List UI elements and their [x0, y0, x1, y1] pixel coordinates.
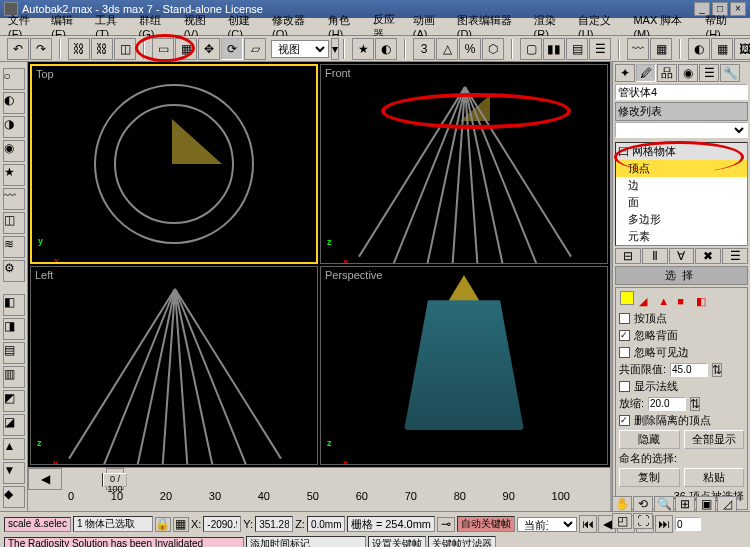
misc1-icon[interactable]: ▤ [3, 342, 25, 364]
setkey-button[interactable]: 设置关键帧 [368, 536, 426, 547]
array-icon[interactable]: ◨ [3, 318, 25, 340]
spinner-arrows-icon[interactable]: ⇅ [712, 363, 722, 377]
y-field[interactable] [255, 516, 293, 532]
tab-db-icon[interactable]: ≋ [3, 236, 25, 258]
create-tab-icon[interactable]: ✦ [615, 64, 635, 82]
by-vertex-checkbox[interactable] [619, 313, 630, 324]
link-button[interactable]: ⛓ [68, 38, 90, 60]
scale-spinner[interactable] [648, 397, 686, 411]
layer-button[interactable]: ☰ [589, 38, 611, 60]
copy-button[interactable]: 复制 [619, 468, 680, 487]
keymode-dropdown[interactable]: 当前选择 [517, 517, 577, 532]
select-button[interactable]: ▭ [152, 38, 174, 60]
material-button[interactable]: ◐ [688, 38, 710, 60]
keymode-button[interactable]: ◐ [375, 38, 397, 60]
misc3-icon[interactable]: ◩ [3, 390, 25, 412]
viewport-perspective[interactable]: Perspective zxy [320, 266, 608, 466]
scale-button[interactable]: ▱ [244, 38, 266, 60]
maximize-vp-icon[interactable]: ⛶ [633, 513, 653, 529]
viewport-left[interactable]: Left zy [30, 266, 318, 466]
pan-icon[interactable]: ✋ [612, 496, 632, 512]
hierarchy-tab-icon[interactable]: 品 [657, 64, 677, 82]
keyfilter-button[interactable]: 关键帧过滤器 [428, 536, 496, 547]
viewport-top[interactable]: Top yx [30, 64, 318, 264]
stack-element[interactable]: 元素 [616, 228, 747, 245]
region-icon[interactable]: ◧ [3, 294, 25, 316]
del-iso-checkbox[interactable] [619, 415, 630, 426]
misc4-icon[interactable]: ◪ [3, 414, 25, 436]
stack-polygon[interactable]: 多边形 [616, 211, 747, 228]
tab-objects-icon[interactable]: ○ [3, 68, 25, 90]
quick-render-button[interactable]: 🖼 [734, 38, 750, 60]
vertex-level-icon[interactable] [620, 291, 634, 305]
motion-tab-icon[interactable]: ◉ [678, 64, 698, 82]
psnap-button[interactable]: % [459, 38, 481, 60]
config-button[interactable]: ☰ [722, 248, 748, 264]
spinner-arrows-icon[interactable]: ⇅ [690, 397, 700, 411]
pivot-button[interactable]: ▾ [331, 38, 339, 60]
maxscript-mini[interactable]: scale &.selec [4, 517, 71, 532]
modify-tab-icon[interactable]: 🖉 [636, 64, 656, 82]
select-name-button[interactable]: ▦ [175, 38, 197, 60]
zoom-all-icon[interactable]: ⊞ [675, 496, 695, 512]
tab-helpers-icon[interactable]: ★ [3, 164, 25, 186]
manip-button[interactable]: ★ [352, 38, 374, 60]
zoom-ext-icon[interactable]: ▣ [696, 496, 716, 512]
paste-button[interactable]: 粘贴 [684, 468, 745, 487]
stack-edge[interactable]: 边 [616, 177, 747, 194]
pin-stack-button[interactable]: ⊟ [615, 248, 641, 264]
bind-button[interactable]: ◫ [114, 38, 136, 60]
unique-button[interactable]: ∀ [669, 248, 695, 264]
x-field[interactable] [203, 516, 241, 532]
tab-shapes-icon[interactable]: ◐ [3, 92, 25, 114]
viewport-front[interactable]: Front zx [320, 64, 608, 264]
time-slider[interactable]: 0 / 100 [102, 473, 104, 487]
tab-space-icon[interactable]: 〰 [3, 188, 25, 210]
edge-level-icon[interactable]: ◢ [639, 295, 653, 309]
modifier-stack[interactable]: 曰 网格物体 顶点 边 面 多边形 元素 [615, 142, 748, 246]
mirror-button[interactable]: ▮▮ [543, 38, 565, 60]
face-level-icon[interactable]: ▲ [658, 295, 672, 309]
unhideall-button[interactable]: 全部显示 [684, 430, 745, 449]
ignore-backface-checkbox[interactable] [619, 330, 630, 341]
hide-button[interactable]: 隐藏 [619, 430, 680, 449]
named-sel-button[interactable]: ▢ [520, 38, 542, 60]
rotate-button[interactable]: ⟳ [221, 38, 243, 60]
fov-icon[interactable]: ◿ [717, 496, 737, 512]
display-tab-icon[interactable]: ☰ [699, 64, 719, 82]
object-name-field[interactable] [615, 84, 748, 100]
timeline-prev-button[interactable]: ◀ [28, 468, 62, 490]
goto-start-button[interactable]: ⏮ [579, 515, 597, 533]
tab-lights-icon[interactable]: ◑ [3, 116, 25, 138]
tab-cameras-icon[interactable]: ◉ [3, 140, 25, 162]
undo-button[interactable]: ↶ [7, 38, 29, 60]
element-level-icon[interactable]: ◧ [696, 295, 710, 309]
show-normals-checkbox[interactable] [619, 381, 630, 392]
stack-vertex[interactable]: 顶点 [616, 160, 747, 177]
modifier-list-dropdown[interactable] [615, 122, 748, 138]
rollout-selection-header[interactable]: 选择 [615, 266, 748, 285]
stack-editable-mesh[interactable]: 曰 网格物体 [616, 143, 747, 160]
remove-mod-button[interactable]: ✖ [695, 248, 721, 264]
lock-icon[interactable]: 🔒 [155, 517, 171, 532]
z-field[interactable] [307, 516, 345, 532]
time-tag[interactable]: 添加时间标记 [246, 536, 366, 547]
abs-icon[interactable]: ▦ [173, 517, 189, 532]
zoom-icon[interactable]: 🔍 [654, 496, 674, 512]
tab-systems-icon[interactable]: ◫ [3, 212, 25, 234]
stack-face[interactable]: 面 [616, 194, 747, 211]
render-scene-button[interactable]: ▦ [711, 38, 733, 60]
spinner-snap-button[interactable]: ⬡ [482, 38, 504, 60]
asnap-button[interactable]: △ [436, 38, 458, 60]
key-icon[interactable]: ⊸ [437, 517, 455, 532]
misc6-icon[interactable]: ▼ [3, 462, 25, 484]
planar-spinner[interactable] [670, 363, 708, 377]
misc5-icon[interactable]: ▲ [3, 438, 25, 460]
schematic-button[interactable]: ▦ [650, 38, 672, 60]
tab-util-icon[interactable]: ⚙ [3, 260, 25, 282]
misc2-icon[interactable]: ▥ [3, 366, 25, 388]
unlink-button[interactable]: ⛓ [91, 38, 113, 60]
ignore-visible-checkbox[interactable] [619, 347, 630, 358]
curve-editor-button[interactable]: 〰 [627, 38, 649, 60]
misc7-icon[interactable]: ◆ [3, 486, 25, 508]
